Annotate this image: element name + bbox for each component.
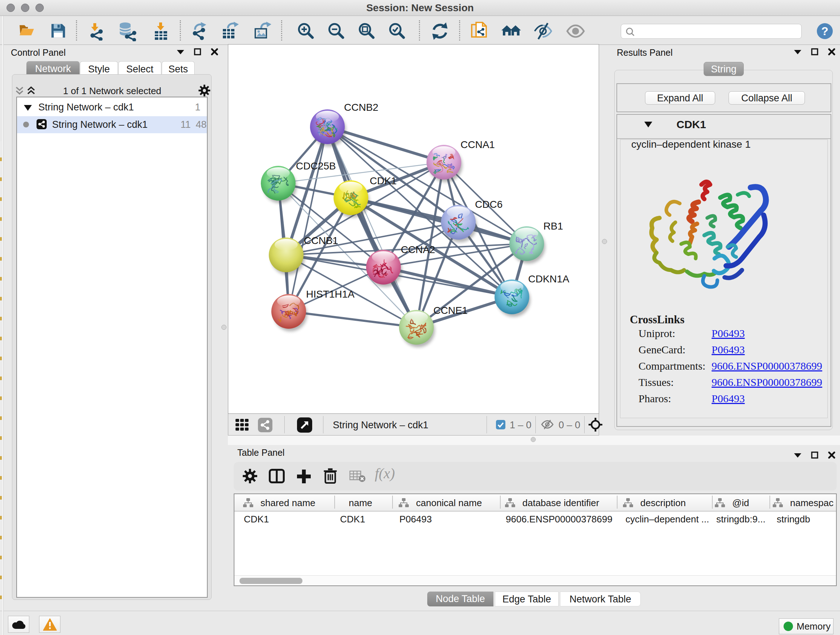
svg-text:CCNB1: CCNB1 xyxy=(304,235,338,246)
svg-text:CDC25B: CDC25B xyxy=(296,160,336,172)
svg-text:HIST1H1A: HIST1H1A xyxy=(306,288,355,300)
svg-text:CDKN1A: CDKN1A xyxy=(528,273,569,285)
svg-text:CCNB2: CCNB2 xyxy=(344,102,378,113)
svg-text:CCNA2: CCNA2 xyxy=(401,244,435,255)
svg-text:CCNA1: CCNA1 xyxy=(461,139,495,150)
svg-text:CDK1: CDK1 xyxy=(370,175,397,187)
svg-text:CCNE1: CCNE1 xyxy=(433,305,468,316)
svg-text:?: ? xyxy=(821,25,829,38)
svg-text:RB1: RB1 xyxy=(543,220,563,232)
svg-text:CDC6: CDC6 xyxy=(475,199,502,210)
